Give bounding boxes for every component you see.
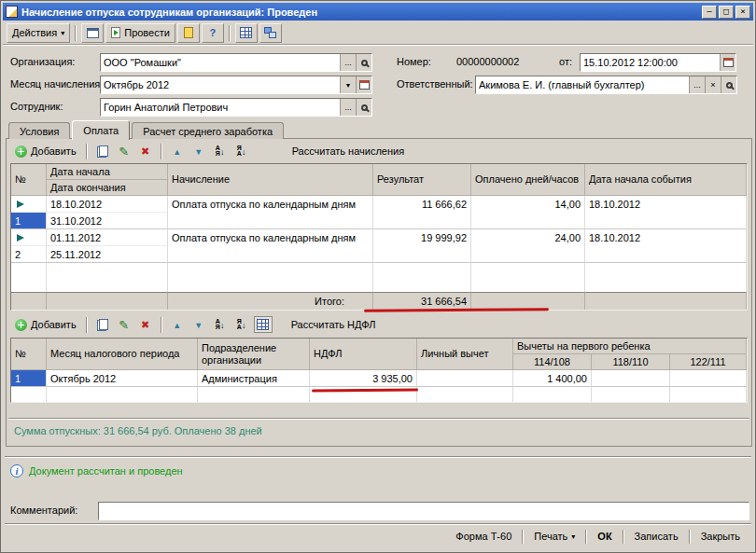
row-marker-cell[interactable]	[11, 229, 47, 246]
comment-input[interactable]	[99, 503, 749, 519]
add-row-button[interactable]: Добавить	[11, 144, 80, 159]
form-t60-button[interactable]: Форма Т-60	[446, 528, 521, 545]
calculate-accruals-button[interactable]: Рассчитать начисления	[286, 143, 412, 159]
result-cell[interactable]: 19 999,92	[373, 229, 471, 263]
actions-button[interactable]: Действия ▾	[7, 23, 70, 43]
tab-payment[interactable]: Оплата	[72, 120, 130, 140]
accrual-month-input[interactable]	[101, 76, 340, 93]
ndfl-cell[interactable]: 3 935,00	[310, 370, 417, 387]
column-header-tax-month[interactable]: Месяц налогового периода	[47, 339, 198, 370]
help-button[interactable]: ?	[202, 23, 224, 43]
delete-row-button[interactable]	[136, 316, 155, 333]
row-marker-cell[interactable]	[11, 196, 47, 213]
personal-deduction-cell[interactable]	[417, 370, 513, 387]
row-number-cell[interactable]: 1	[11, 213, 47, 229]
date-start-cell[interactable]: 01.11.2012	[47, 229, 168, 246]
row-number-cell[interactable]: 1	[11, 370, 47, 387]
column-header-code-122-111[interactable]: 122/111	[670, 354, 747, 370]
column-header-result[interactable]: Результат	[373, 164, 471, 196]
code-122-111-cell[interactable]	[670, 370, 747, 387]
sort-desc-button[interactable]	[232, 316, 251, 333]
move-up-button[interactable]	[168, 316, 187, 333]
tab-conditions[interactable]: Условия	[8, 122, 70, 139]
post-and-close-button[interactable]	[177, 23, 200, 43]
print-button[interactable]: Печать ▾	[525, 528, 584, 545]
date-input[interactable]	[581, 54, 720, 71]
ok-button[interactable]: ОК	[588, 528, 621, 545]
column-header-num[interactable]: №	[11, 164, 47, 196]
accrual-cell[interactable]: Оплата отпуска по календарным дням	[168, 196, 373, 229]
column-header-code-118-110[interactable]: 118/110	[592, 354, 670, 370]
responsible-input[interactable]	[476, 76, 689, 93]
date-start-cell[interactable]: 18.10.2012	[47, 196, 168, 213]
column-header-event-date[interactable]: Дата начала события	[585, 164, 747, 196]
open-button[interactable]	[356, 54, 371, 71]
column-header-ndfl[interactable]: НДФЛ	[310, 339, 417, 370]
result-cell[interactable]: 11 666,62	[373, 196, 471, 229]
add-row-button[interactable]: Добавить	[11, 317, 80, 333]
column-header-personal-deduction[interactable]: Личный вычет	[417, 339, 513, 370]
save-button[interactable]: Записать	[625, 528, 688, 545]
toolbar-separator	[229, 25, 231, 41]
date-end-cell[interactable]: 31.10.2012	[47, 213, 168, 229]
organization-field: ...	[100, 53, 372, 72]
column-header-code-114-108[interactable]: 114/108	[513, 354, 592, 370]
column-header-date-end[interactable]: Дата окончания	[47, 180, 168, 196]
move-up-button[interactable]	[168, 143, 187, 159]
table-settings-button[interactable]	[254, 316, 273, 333]
row-number-cell[interactable]: 2	[11, 246, 47, 263]
clear-button[interactable]: ×	[705, 76, 721, 93]
document-status-row: Документ рассчитан и проведен	[10, 464, 183, 477]
choose-button[interactable]: ...	[340, 54, 356, 71]
move-down-button[interactable]	[189, 143, 208, 159]
code-118-110-cell[interactable]	[592, 370, 670, 387]
minimize-button[interactable]: –	[702, 6, 717, 19]
open-button[interactable]	[721, 76, 736, 93]
date-end-cell[interactable]: 25.11.2012	[47, 246, 168, 263]
column-header-paid-days[interactable]: Оплачено дней/часов	[471, 164, 585, 196]
calculate-ndfl-button[interactable]: Рассчитать НДФЛ	[285, 316, 383, 333]
maximize-button[interactable]: □	[719, 6, 734, 19]
edit-row-button[interactable]	[115, 316, 133, 333]
open-list-button[interactable]	[81, 23, 104, 43]
edit-row-button[interactable]	[115, 143, 133, 159]
close-button[interactable]: ×	[735, 6, 750, 19]
column-header-num[interactable]: №	[11, 339, 47, 370]
tax-month-cell[interactable]: Октябрь 2012	[47, 370, 198, 387]
column-header-accrual[interactable]: Начисление	[168, 164, 373, 196]
division-cell[interactable]: Администрация	[198, 370, 310, 387]
column-header-date-start[interactable]: Дата начала	[47, 164, 168, 180]
accruals-toolbar: Добавить Рассчитать начисления	[11, 142, 411, 160]
choose-button[interactable]: ...	[689, 76, 705, 93]
copy-row-button[interactable]	[93, 316, 112, 333]
column-header-division[interactable]: Подразделение организации	[198, 339, 310, 370]
delete-row-button[interactable]	[136, 143, 155, 159]
copy-row-button[interactable]	[93, 143, 112, 159]
tab-average-earnings[interactable]: Расчет среднего заработка	[132, 122, 284, 139]
window-controls: – □ ×	[702, 6, 750, 19]
employee-input[interactable]	[101, 99, 340, 116]
open-button[interactable]	[356, 99, 371, 116]
paid-days-cell[interactable]: 14,00	[471, 196, 585, 229]
choose-button[interactable]: ...	[340, 99, 356, 116]
dropdown-button[interactable]: ▼	[340, 76, 356, 93]
sort-asc-button[interactable]	[211, 316, 230, 333]
sort-asc-button[interactable]	[211, 143, 230, 159]
sort-desc-button[interactable]	[232, 143, 251, 159]
post-button[interactable]: Провести	[105, 23, 175, 43]
month-calendar-button[interactable]	[356, 76, 371, 93]
code-114-108-cell[interactable]: 1 400,00	[513, 370, 592, 387]
accrual-cell[interactable]: Оплата отпуска по календарным дням	[168, 229, 373, 263]
arrow-down-icon	[194, 319, 203, 330]
move-down-button[interactable]	[189, 316, 208, 333]
event-date-cell[interactable]: 18.10.2012	[585, 196, 747, 229]
list-settings-button[interactable]	[235, 23, 258, 43]
close-window-button[interactable]: Закрыть	[692, 528, 749, 545]
event-date-cell[interactable]: 18.10.2012	[585, 229, 747, 263]
column-header-first-child-deductions[interactable]: Вычеты на первого ребенка	[513, 339, 747, 354]
responsible-field: ... ×	[475, 76, 737, 94]
calendar-button[interactable]	[720, 54, 735, 71]
structure-button[interactable]	[259, 23, 282, 43]
organization-input[interactable]	[101, 54, 340, 71]
paid-days-cell[interactable]: 24,00	[471, 229, 585, 263]
